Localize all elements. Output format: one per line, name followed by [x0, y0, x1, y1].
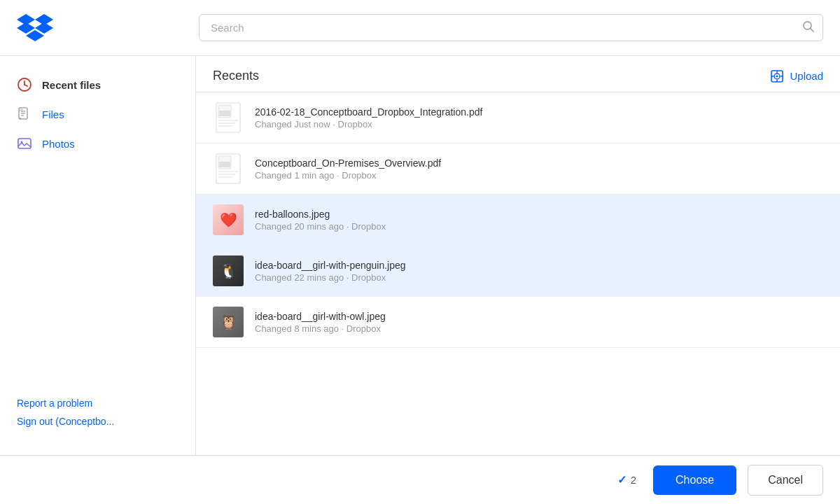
file-info: idea-board__girl-with-owl.jpeg Changed 8… [255, 311, 823, 334]
svg-rect-33 [219, 162, 230, 167]
upload-icon [770, 69, 784, 83]
sign-out-link[interactable]: Sign out (Conceptbo... [17, 416, 178, 427]
header [0, 0, 840, 56]
search-input[interactable] [199, 14, 823, 41]
files-icon [17, 106, 32, 122]
content-header: Recents Upload [196, 56, 840, 92]
file-item[interactable]: 🐧 idea-board__girl-with-penguin.jpeg Cha… [196, 246, 840, 297]
file-meta: Changed 22 mins ago · Dropbox [255, 272, 823, 283]
sidebar-links: Report a problem Sign out (Conceptbo... [0, 384, 195, 441]
search-area [199, 14, 823, 41]
file-item[interactable]: ❤️ red-balloons.jpeg Changed 20 mins ago… [196, 195, 840, 246]
selected-count: ✓ 2 [617, 473, 636, 486]
file-thumbnail: 🦉 [213, 307, 244, 337]
file-name: idea-board__girl-with-owl.jpeg [255, 311, 823, 322]
report-problem-link[interactable]: Report a problem [17, 398, 178, 409]
sidebar-files-label: Files [42, 108, 64, 120]
file-info: idea-board__girl-with-penguin.jpeg Chang… [255, 260, 823, 283]
sidebar-item-recent[interactable]: Recent files [0, 70, 195, 99]
count-value: 2 [631, 474, 636, 486]
file-thumbnail: 🐧 [213, 255, 244, 286]
choose-button[interactable]: Choose [653, 465, 736, 495]
file-info: 2016-02-18_Conceptboard_Dropbox_Integrat… [255, 106, 823, 130]
file-thumbnail [213, 102, 244, 133]
photos-icon [17, 136, 32, 151]
logo-area [17, 13, 199, 43]
content-title: Recents [213, 69, 259, 83]
svg-point-20 [776, 75, 778, 77]
file-info: Conceptboard_On-Premises_Overview.pdf Ch… [255, 158, 823, 181]
file-meta: Changed 20 mins ago · Dropbox [255, 221, 823, 232]
svg-rect-16 [18, 139, 31, 148]
file-name: 2016-02-18_Conceptboard_Dropbox_Integrat… [255, 106, 823, 118]
checkmark-icon: ✓ [617, 473, 626, 486]
footer: ✓ 2 Choose Cancel [0, 455, 840, 504]
sidebar-recent-label: Recent files [42, 79, 101, 91]
sidebar-item-photos[interactable]: Photos [0, 129, 195, 158]
file-name: Conceptboard_On-Premises_Overview.pdf [255, 158, 823, 169]
sidebar-photos-label: Photos [42, 138, 75, 150]
file-thumbnail [213, 153, 244, 184]
file-meta: Changed Just now · Dropbox [255, 119, 823, 130]
cancel-button[interactable]: Cancel [748, 465, 823, 496]
svg-rect-15 [20, 108, 23, 111]
file-item[interactable]: 🦉 idea-board__girl-with-owl.jpeg Changed… [196, 297, 840, 348]
file-name: idea-board__girl-with-penguin.jpeg [255, 260, 823, 271]
search-icon [802, 20, 815, 36]
upload-button[interactable]: Upload [770, 69, 823, 83]
svg-line-6 [811, 28, 814, 31]
svg-rect-27 [219, 111, 230, 116]
file-name: red-balloons.jpeg [255, 209, 823, 220]
file-meta: Changed 8 mins ago · Dropbox [255, 323, 823, 334]
clock-icon [17, 77, 32, 92]
file-info: red-balloons.jpeg Changed 20 mins ago · … [255, 209, 823, 232]
sidebar-item-files[interactable]: Files [0, 99, 195, 129]
svg-rect-14 [20, 118, 21, 120]
file-item[interactable]: 2016-02-18_Conceptboard_Dropbox_Integrat… [196, 92, 840, 144]
dropbox-logo-icon [17, 13, 53, 43]
file-meta: Changed 1 min ago · Dropbox [255, 170, 823, 181]
upload-label: Upload [790, 70, 823, 82]
file-thumbnail: ❤️ [213, 204, 244, 235]
file-list: 2016-02-18_Conceptboard_Dropbox_Integrat… [196, 92, 840, 455]
svg-line-9 [24, 85, 27, 86]
sidebar: Recent files Files [0, 56, 196, 455]
main-layout: Recent files Files [0, 56, 840, 455]
file-item[interactable]: Conceptboard_On-Premises_Overview.pdf Ch… [196, 144, 840, 195]
content-area: Recents Upload [196, 56, 840, 455]
